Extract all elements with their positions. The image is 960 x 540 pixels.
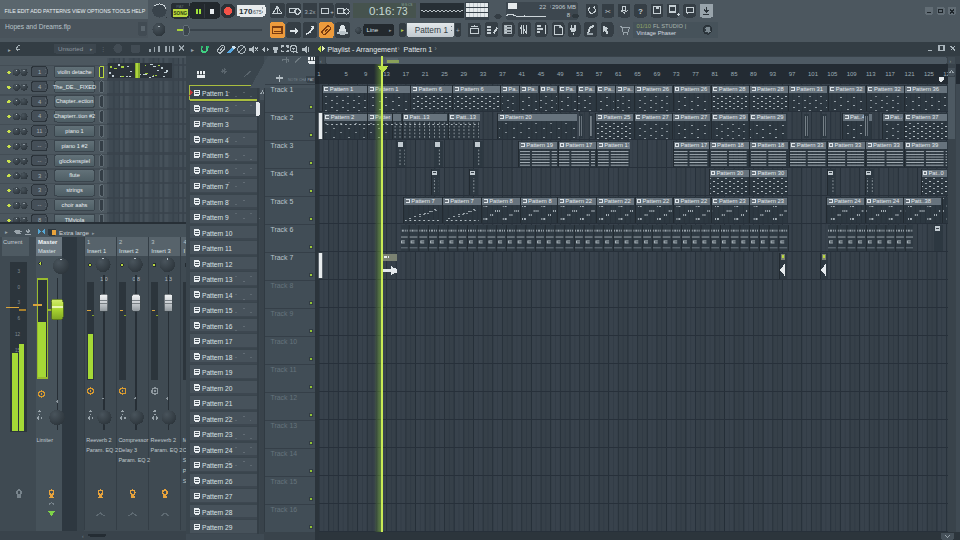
svg-text:PAT: PAT [176,4,184,9]
svg-text:Limiter: Limiter [37,437,54,443]
svg-text:Master: Master [38,248,56,254]
svg-text:Pattern 7: Pattern 7 [411,198,435,204]
svg-text:Pattern 19: Pattern 19 [526,142,553,148]
svg-text:Track 4: Track 4 [271,170,294,177]
svg-text:FILE EDIT ADD PATTERNS VIEW OP: FILE EDIT ADD PATTERNS VIEW OPTIONS TOOL… [5,8,146,14]
svg-text:Pa..: Pa.. [547,86,558,92]
svg-text:Pattern 2: Pattern 2 [202,106,229,113]
svg-text:Chapterr..tion #2: Chapterr..tion #2 [54,113,95,119]
svg-text:93: 93 [769,71,776,77]
svg-text:3.2x: 3.2x [305,9,316,15]
svg-text:Pattern 24: Pattern 24 [873,198,901,204]
svg-text:Param. EQ 2: Param. EQ 2 [151,447,183,453]
svg-text:61: 61 [615,71,622,77]
svg-text:77: 77 [692,71,699,77]
svg-text:Pattern 6: Pattern 6 [202,168,229,175]
svg-text:Pattern 33: Pattern 33 [835,142,862,148]
svg-text:TMviola: TMviola [65,217,85,223]
svg-text:85: 85 [731,71,738,77]
svg-text:25: 25 [441,71,448,77]
svg-text:strings: strings [66,187,83,193]
svg-text:Track 2: Track 2 [271,114,294,121]
svg-text:Pat..4: Pat..4 [850,114,866,120]
svg-text:Pattern 20: Pattern 20 [202,385,233,392]
svg-text:Line: Line [367,26,379,33]
svg-text:Playlist - Arrangement: Playlist - Arrangement [328,46,397,54]
svg-text:Pattern 24: Pattern 24 [834,198,862,204]
svg-text:Pattern 22: Pattern 22 [604,198,631,204]
svg-text:FL STUDIO |: FL STUDIO | [653,23,686,29]
svg-text:The_DE.._FIXED: The_DE.._FIXED [53,84,96,90]
svg-text:Track 12: Track 12 [271,394,298,401]
svg-text:3: 3 [38,173,41,179]
svg-text:Track 3: Track 3 [271,142,294,149]
svg-text:Pattern 21: Pattern 21 [202,400,233,407]
svg-text:Pattern 27: Pattern 27 [202,493,233,500]
svg-text:Pattern 8: Pattern 8 [528,198,552,204]
svg-text:105: 105 [827,71,838,77]
svg-text:Pattern 30: Pattern 30 [717,170,744,176]
svg-text:Pattern 17: Pattern 17 [681,142,708,148]
svg-text:Extra large: Extra large [59,229,89,236]
svg-text:01/10: 01/10 [637,23,652,29]
svg-text:81: 81 [711,71,718,77]
svg-text:73: 73 [397,6,409,17]
svg-text:Pattern 2: Pattern 2 [331,114,355,120]
svg-text:Pattern 28: Pattern 28 [757,86,784,92]
svg-text:Track 14: Track 14 [271,450,298,457]
svg-text:Pattern 17: Pattern 17 [202,338,233,345]
svg-text:Compressor: Compressor [118,437,148,443]
svg-text:Patt..13: Patt..13 [410,114,430,120]
svg-text:Unsorted: Unsorted [58,45,84,52]
svg-text:3: 3 [17,300,20,305]
svg-text:Pattern 26: Pattern 26 [202,478,233,485]
svg-text:3: 3 [17,269,20,274]
svg-text:Pattern 27: Pattern 27 [680,114,707,120]
svg-text:Pattern 12: Pattern 12 [202,261,233,268]
svg-text:Param. EQ 2: Param. EQ 2 [118,457,150,463]
svg-text:1: 1 [87,239,90,245]
svg-text:0:16:: 0:16: [369,5,395,17]
svg-text:37: 37 [499,71,506,77]
svg-text:Pattern 32: Pattern 32 [836,86,863,92]
svg-text:13: 13 [383,71,390,77]
svg-text:Pattern 23: Pattern 23 [757,198,784,204]
svg-text:Pattern 29: Pattern 29 [757,114,784,120]
svg-text:Pattern 8: Pattern 8 [202,199,229,206]
svg-text:Pattern 15: Pattern 15 [202,307,233,314]
svg-text:Pa..: Pa.. [604,86,615,92]
svg-text:11: 11 [36,128,42,134]
svg-text:73: 73 [673,71,680,77]
svg-text:Pattern 30: Pattern 30 [757,170,784,176]
svg-text:Pattern 23: Pattern 23 [719,198,746,204]
svg-text:12: 12 [15,332,21,337]
svg-text:✂: ✂ [605,8,611,15]
svg-text:53: 53 [576,71,583,77]
svg-text:Track 11: Track 11 [271,366,297,373]
svg-text:flute: flute [69,172,80,178]
svg-text:Track 10: Track 10 [271,338,298,345]
svg-text:Track 9: Track 9 [271,310,294,317]
svg-text:▸: ▸ [401,27,404,33]
svg-text:Pattern 37: Pattern 37 [912,114,939,120]
svg-text:Patt..13: Patt..13 [456,114,476,120]
svg-text:+: + [330,9,334,15]
svg-text:69: 69 [654,71,661,77]
svg-text:Patt..38: Patt..38 [911,198,931,204]
svg-text:PAT: PAT [308,78,315,82]
svg-text:Chapter..ection: Chapter..ection [56,98,94,104]
svg-text:6: 6 [17,316,20,321]
svg-text:3: 3 [38,187,41,193]
svg-text:57: 57 [596,71,603,77]
svg-text:2906 MB: 2906 MB [552,4,576,10]
svg-text:piano 1: piano 1 [65,128,83,134]
svg-text:▸: ▸ [191,47,194,53]
svg-text:41: 41 [518,71,525,77]
svg-text:Pattern 22: Pattern 22 [643,198,670,204]
svg-text:Pattern 7: Pattern 7 [450,198,474,204]
svg-text:Pattern 33: Pattern 33 [873,142,900,148]
svg-text:125: 125 [924,71,935,77]
svg-text:Pattern 26: Pattern 26 [642,86,669,92]
svg-text:choir aahs: choir aahs [62,202,88,208]
svg-text:+: + [456,27,460,34]
